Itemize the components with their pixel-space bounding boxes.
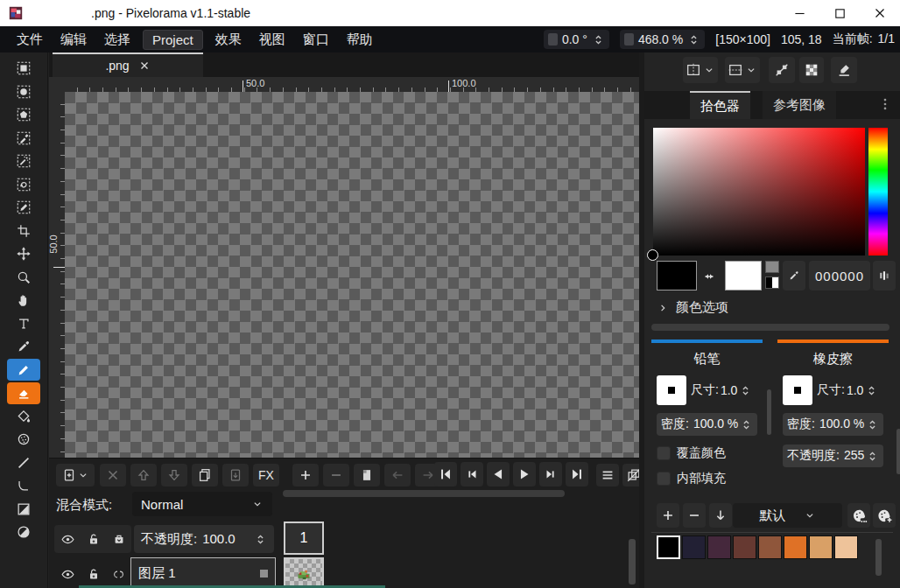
blend-mode-dropdown[interactable]: Normal xyxy=(132,492,272,516)
tool-pen-select[interactable] xyxy=(7,197,40,219)
palette-swatch-6[interactable] xyxy=(784,536,807,559)
menu-3[interactable]: 选择 xyxy=(99,29,136,51)
tool-rectangle[interactable] xyxy=(7,498,40,520)
palette-scrollbar[interactable] xyxy=(875,539,882,576)
remove-color-button[interactable] xyxy=(683,503,706,528)
tool-pan[interactable] xyxy=(7,290,40,312)
color-mode-button[interactable] xyxy=(873,261,896,290)
brush-preview[interactable] xyxy=(657,375,686,405)
mirror-horizontal-button[interactable] xyxy=(683,57,718,83)
layer-opacity-spinbox[interactable]: 不透明度: 100.0 xyxy=(134,525,274,553)
document-tab[interactable]: .png xyxy=(53,52,203,77)
tool-lasso[interactable] xyxy=(7,173,40,195)
stepper-icon[interactable] xyxy=(865,384,878,397)
palette-select-dropdown[interactable]: 默认 xyxy=(733,503,842,528)
remove-frame-button[interactable] xyxy=(323,464,349,486)
palette-swatch-5[interactable] xyxy=(758,536,782,559)
tab-color-picker[interactable]: 拾色器 xyxy=(690,91,750,119)
color-cursor[interactable] xyxy=(647,249,658,261)
add-color-button[interactable] xyxy=(657,503,679,528)
minimize-button[interactable] xyxy=(779,0,819,26)
tool-zoom[interactable] xyxy=(7,266,40,288)
menu-8[interactable]: 帮助 xyxy=(341,29,378,51)
cel-link-icon[interactable] xyxy=(112,568,125,581)
saturation-value-box[interactable] xyxy=(653,128,865,256)
palette-swatch-7[interactable] xyxy=(809,536,833,559)
timeline-h-scrollbar[interactable] xyxy=(283,490,565,497)
previous-frame-button[interactable] xyxy=(461,462,483,486)
close-button[interactable] xyxy=(860,0,900,26)
tool-crop[interactable] xyxy=(7,220,40,242)
zoom-spinbox[interactable]: 468.0 % xyxy=(620,30,705,49)
remove-layer-button[interactable] xyxy=(100,464,126,486)
panel-menu-button[interactable] xyxy=(877,96,893,112)
cel-thumbnail[interactable] xyxy=(284,557,324,588)
primary-color-swatch[interactable] xyxy=(657,261,697,290)
next-frame-button[interactable] xyxy=(539,462,562,486)
tool-eraser[interactable] xyxy=(7,382,40,404)
pen-dynamics-button[interactable] xyxy=(831,57,857,83)
recent-color-swatch[interactable] xyxy=(765,261,779,273)
tab-reference-images[interactable]: 参考图像 xyxy=(763,91,836,119)
sort-colors-button[interactable] xyxy=(709,503,732,528)
color-options-expander[interactable]: 颜色选项 xyxy=(657,299,728,316)
left-panel-scrollbar[interactable] xyxy=(767,389,771,435)
merge-layer-button[interactable] xyxy=(222,464,249,486)
brush-size-spinbox[interactable]: 尺寸: 1.0 xyxy=(691,382,752,398)
layer-fx-button[interactable]: FX xyxy=(253,464,279,486)
timeline-v-scrollbar[interactable] xyxy=(629,539,636,584)
tool-bucket[interactable] xyxy=(7,405,40,427)
edit-palette-button[interactable] xyxy=(847,503,870,528)
swap-colors-button[interactable] xyxy=(700,268,718,285)
palette-swatch-2[interactable] xyxy=(682,536,706,559)
new-palette-button[interactable] xyxy=(873,503,896,528)
menu-5[interactable]: 效果 xyxy=(210,29,247,51)
menu-1[interactable]: 文件 xyxy=(11,29,48,51)
move-frame-left-button[interactable] xyxy=(384,464,411,486)
tool-shading[interactable] xyxy=(7,429,40,451)
add-frame-button[interactable] xyxy=(292,464,319,486)
tool-magic-wand[interactable] xyxy=(7,150,40,172)
menu-7[interactable]: 窗口 xyxy=(298,29,334,51)
rotation-stepper-icon[interactable] xyxy=(592,33,605,46)
menu-6[interactable]: 视图 xyxy=(254,29,291,51)
hue-slider[interactable] xyxy=(868,128,888,256)
rotation-grabber[interactable] xyxy=(548,33,558,46)
maximize-button[interactable] xyxy=(819,0,860,26)
play-button[interactable] xyxy=(513,462,536,486)
stepper-icon[interactable] xyxy=(866,418,879,431)
zoom-stepper-icon[interactable] xyxy=(687,33,700,46)
menu-4[interactable]: Project xyxy=(143,30,203,50)
mirror-vertical-button[interactable] xyxy=(725,57,760,83)
brush-size-spinbox[interactable]: 尺寸: 1.0 xyxy=(817,382,878,398)
move-layer-up-button[interactable] xyxy=(130,464,157,486)
menu-2[interactable]: 编辑 xyxy=(55,29,92,51)
link-cels-toggle[interactable] xyxy=(112,532,126,546)
tool-line[interactable] xyxy=(7,452,40,473)
rotation-spinbox[interactable]: 0.0 ° xyxy=(544,30,609,49)
brush-preview[interactable] xyxy=(783,375,812,405)
tool-move[interactable] xyxy=(7,243,40,265)
last-frame-button[interactable] xyxy=(566,462,588,486)
density-slider[interactable]: 密度: 100.0 % xyxy=(783,413,883,436)
tab-close-icon[interactable] xyxy=(138,60,151,72)
palette-swatch-3[interactable] xyxy=(707,536,731,559)
copy-frame-button[interactable] xyxy=(354,464,380,486)
layer-name-field[interactable]: 图层 1 xyxy=(130,557,276,588)
density-slider[interactable]: 密度: 100.0 % xyxy=(657,413,757,436)
checkbox[interactable] xyxy=(657,446,671,460)
screen-color-picker-button[interactable] xyxy=(783,261,805,290)
zoom-grabber[interactable] xyxy=(624,33,634,46)
tool-select-by-color[interactable] xyxy=(7,127,40,149)
palette-swatch-4[interactable] xyxy=(733,536,756,559)
hex-color-field[interactable]: 000000 xyxy=(809,261,870,290)
layer-visibility-toggle[interactable] xyxy=(60,567,75,582)
stepper-icon[interactable] xyxy=(739,384,752,397)
right-panel-scrollbar[interactable] xyxy=(896,429,900,474)
stepper-icon[interactable] xyxy=(740,418,753,431)
overwrite-color-checkbox[interactable]: 覆盖颜色 xyxy=(657,445,757,461)
alpha-transparency-button[interactable] xyxy=(799,57,824,83)
add-layer-button[interactable] xyxy=(56,464,95,486)
fill-inside-checkbox[interactable]: 内部填充 xyxy=(657,471,757,486)
clone-layer-button[interactable] xyxy=(192,464,218,486)
